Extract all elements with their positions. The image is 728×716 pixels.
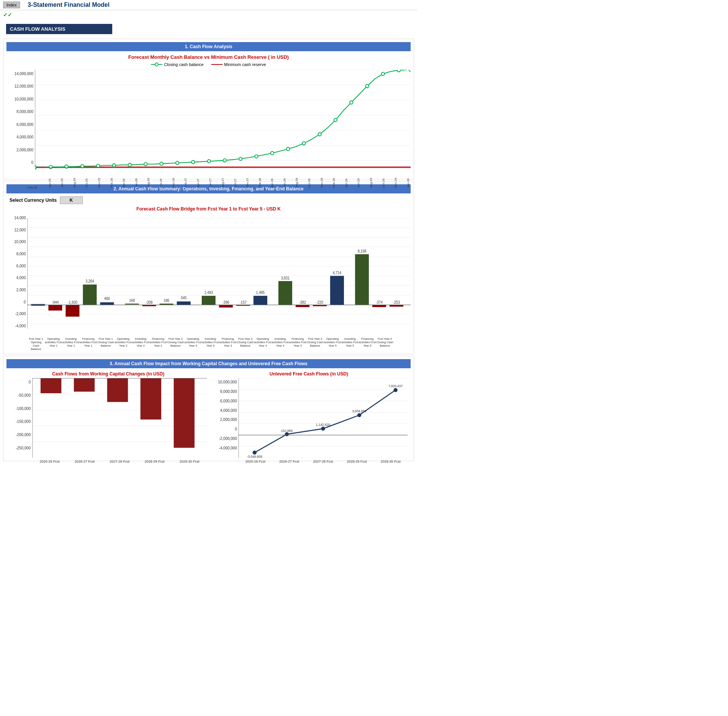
svg-point-31 xyxy=(334,118,337,122)
section1-plot: Feb-25 Apr-25 Jun-25 Aug-25 Oct-25 Dec-2… xyxy=(35,70,411,176)
svg-point-36 xyxy=(409,70,411,71)
svg-rect-52 xyxy=(49,305,62,311)
section2-plot: .gline{stroke:#e0e0e0;stroke-width:0.5;} xyxy=(27,214,411,351)
section2-svg: .gline{stroke:#e0e0e0;stroke-width:0.5;} xyxy=(27,214,411,335)
svg-rect-105 xyxy=(140,378,161,419)
svg-text:8,198: 8,198 xyxy=(358,249,366,253)
svg-rect-99 xyxy=(41,378,61,393)
svg-point-13 xyxy=(49,165,52,169)
section1-container: 1. Cash Flow Analysis Forecast Monthly C… xyxy=(3,39,414,179)
svg-point-34 xyxy=(381,72,384,75)
section1-title-bar: 1. Cash Flow Analysis xyxy=(6,42,411,51)
svg-rect-76 xyxy=(278,281,292,305)
svg-point-26 xyxy=(255,155,258,158)
svg-point-122 xyxy=(394,388,398,392)
svg-text:-1,920: -1,920 xyxy=(67,300,77,305)
svg-text:152,889: 152,889 xyxy=(281,429,293,433)
svg-text:3,264: 3,264 xyxy=(85,279,94,283)
svg-point-118 xyxy=(253,451,257,455)
unlevered-svg: -3,049,609 152,889 1,142,620 3,504,659 7… xyxy=(238,378,408,458)
section2-y-axis: 14,000 12,000 10,000 8,000 6,000 4,000 2… xyxy=(6,214,27,351)
svg-text:-157: -157 xyxy=(240,300,246,305)
svg-point-1 xyxy=(155,63,158,66)
section3-left: Cash Flows from Working Capital Changes … xyxy=(9,371,207,458)
svg-text:3,504,659: 3,504,659 xyxy=(352,409,367,413)
svg-point-17 xyxy=(112,164,115,167)
svg-point-28 xyxy=(286,148,289,151)
top-bar: Index 3-Statement Financial Model xyxy=(0,0,417,10)
section2-x-axis: Fcst Year 1 Opening Cash Balance Operati… xyxy=(27,336,411,351)
svg-point-121 xyxy=(357,413,361,417)
section1-svg xyxy=(35,70,411,176)
legend-minimum-label: Minimum cash reserve xyxy=(224,62,266,67)
svg-text:-396: -396 xyxy=(223,300,229,305)
unlevered-fcf-title: Unlevered Free Cash Flows (in USD) xyxy=(210,371,408,377)
working-capital-chart: 0 -50,000 -100,000 -150,000 -200,000 -25… xyxy=(9,378,207,458)
svg-point-27 xyxy=(271,151,274,155)
section3-title-bar: 3. Annual Cash Flow Impact from Working … xyxy=(6,359,411,368)
svg-rect-66 xyxy=(177,301,190,305)
svg-rect-74 xyxy=(253,296,267,305)
svg-rect-101 xyxy=(74,378,95,392)
currency-label: Select Currency Units xyxy=(9,198,57,203)
section2-chart-title: Forecast Cash Flow Bridge from Fcst Year… xyxy=(6,206,411,212)
svg-text:4,714: 4,714 xyxy=(333,270,342,275)
section3-right: Unlevered Free Cash Flows (in USD) 10,00… xyxy=(210,371,408,458)
svg-text:-382: -382 xyxy=(299,300,306,305)
svg-text:-944: -944 xyxy=(52,300,59,305)
svg-point-30 xyxy=(318,133,321,136)
legend-item-closing: Closing cash balance xyxy=(151,62,204,67)
section3-container: 3. Annual Cash Flow Impact from Working … xyxy=(3,356,414,461)
legend-item-minimum: Minimum cash reserve xyxy=(211,62,266,67)
currency-select-row: Select Currency Units K xyxy=(9,196,408,204)
svg-point-19 xyxy=(144,162,147,166)
section1-legend: Closing cash balance Minimum cash reserv… xyxy=(6,62,411,67)
svg-rect-82 xyxy=(330,276,344,305)
section1-chart-title: Forecast Monthly Cash Balance vs Minimum… xyxy=(6,54,411,60)
index-tab[interactable]: Index xyxy=(3,2,20,8)
svg-point-119 xyxy=(285,432,289,437)
svg-rect-58 xyxy=(100,302,114,305)
currency-input[interactable]: K xyxy=(60,196,83,204)
legend-closing-label: Closing cash balance xyxy=(164,62,204,67)
svg-text:1,142,620: 1,142,620 xyxy=(316,423,330,427)
section2-container: 2. Annual Cash Flow Summary: Operations,… xyxy=(3,181,414,354)
svg-point-16 xyxy=(97,164,100,168)
svg-text:3,831: 3,831 xyxy=(281,276,290,280)
svg-text:168: 168 xyxy=(129,298,135,303)
section-header: CASH FLOW ANALYSIS xyxy=(6,24,112,34)
svg-point-25 xyxy=(239,157,242,160)
checkmarks: ✓✓ xyxy=(3,12,12,18)
svg-rect-78 xyxy=(296,305,309,307)
svg-point-22 xyxy=(191,160,195,164)
svg-rect-103 xyxy=(107,378,128,402)
svg-text:186: 186 xyxy=(163,298,169,303)
svg-point-24 xyxy=(223,159,226,162)
svg-rect-86 xyxy=(372,305,386,307)
svg-text:-253: -253 xyxy=(393,300,400,305)
svg-text:-208: -208 xyxy=(146,300,152,305)
svg-rect-107 xyxy=(174,378,195,448)
svg-text:1,485: 1,485 xyxy=(256,290,265,295)
svg-text:545: 545 xyxy=(181,296,187,300)
svg-point-20 xyxy=(160,162,163,165)
svg-point-21 xyxy=(176,161,179,165)
svg-rect-60 xyxy=(125,304,139,305)
svg-rect-70 xyxy=(219,305,233,308)
svg-point-18 xyxy=(128,163,131,167)
svg-text:-374: -374 xyxy=(376,300,383,305)
svg-point-120 xyxy=(321,427,325,431)
svg-rect-68 xyxy=(202,296,215,305)
svg-text:400: 400 xyxy=(104,297,110,301)
svg-point-29 xyxy=(302,142,305,145)
svg-point-23 xyxy=(207,160,210,163)
svg-point-33 xyxy=(366,85,369,88)
working-capital-svg: -47,793 -42,056 -74,863 -129,710 xyxy=(32,378,207,458)
page-title: 3-Statement Financial Model xyxy=(28,2,110,8)
section3-row: Cash Flows from Working Capital Changes … xyxy=(9,371,408,458)
svg-rect-88 xyxy=(389,305,403,307)
section1-y-axis: 14,000,000 12,000,000 10,000,000 8,000,0… xyxy=(6,70,35,176)
svg-point-32 xyxy=(350,101,353,104)
unlevered-fcf-chart: 10,000,000 8,000,000 6,000,000 4,000,000… xyxy=(210,378,408,458)
working-capital-title: Cash Flows from Working Capital Changes … xyxy=(9,371,207,377)
